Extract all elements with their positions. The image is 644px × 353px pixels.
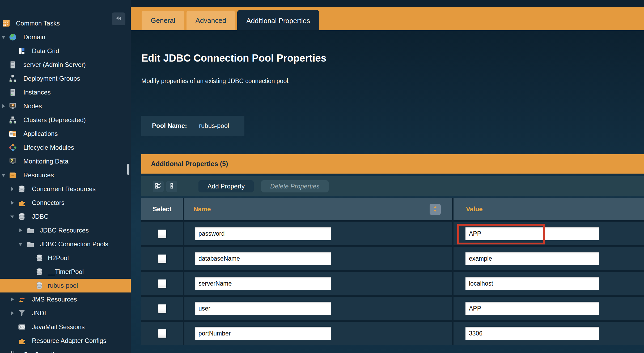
tree-expander-collapsed-icon[interactable] bbox=[18, 228, 23, 233]
sidebar-item-jdbc[interactable]: JDBC bbox=[0, 210, 131, 223]
tab-advanced[interactable]: Advanced bbox=[187, 11, 235, 30]
sidebar-item-instances[interactable]: Instances bbox=[0, 85, 131, 99]
pool-name-value: rubus-pool bbox=[199, 122, 229, 130]
row-checkbox-user[interactable] bbox=[158, 304, 166, 313]
tab-bar: GeneralAdvancedAdditional Properties bbox=[131, 7, 644, 30]
sidebar-item-label: H2Pool bbox=[48, 251, 69, 265]
row-checkbox-databaseName[interactable] bbox=[158, 255, 166, 263]
sidebar-item-nodes[interactable]: Nodes bbox=[0, 99, 131, 113]
properties-toolbar: Add Property Delete Properties bbox=[141, 176, 644, 196]
pool-name-panel: Pool Name: rubus-pool bbox=[141, 116, 244, 136]
database-icon bbox=[35, 254, 43, 262]
tree-expander-expanded-icon[interactable] bbox=[1, 173, 6, 178]
sidebar-item-rubus-pool[interactable]: rubus-pool bbox=[0, 279, 131, 292]
sidebar-item-applications[interactable]: Applications bbox=[0, 127, 131, 141]
value-column-label: Value bbox=[466, 205, 483, 213]
database-icon bbox=[35, 268, 43, 276]
configuration-icon bbox=[9, 351, 17, 353]
sort-arrows-icon bbox=[431, 205, 439, 214]
sidebar-item--timerpool[interactable]: __TimerPool bbox=[0, 265, 131, 279]
sidebar-item-label: Deployment Groups bbox=[23, 72, 80, 85]
property-name-input-3[interactable] bbox=[195, 302, 331, 315]
sidebar-item-h2pool[interactable]: H2Pool bbox=[0, 251, 131, 265]
property-value-input-3[interactable] bbox=[465, 302, 599, 315]
sidebar-item-label: Configurations bbox=[23, 348, 65, 353]
property-name-input-4[interactable] bbox=[195, 327, 331, 340]
sidebar-item-concurrent-resources[interactable]: Concurrent Resources bbox=[0, 182, 131, 196]
row-checkbox-serverName[interactable] bbox=[158, 279, 166, 288]
sidebar-item-common-tasks[interactable]: Common Tasks bbox=[0, 16, 131, 30]
row-name-cell bbox=[184, 322, 452, 345]
row-select-cell bbox=[141, 272, 183, 295]
server-icon bbox=[9, 61, 17, 69]
row-value-cell bbox=[454, 272, 644, 295]
sidebar-item-server-admin-server-[interactable]: server (Admin Server) bbox=[0, 58, 131, 72]
sidebar-item-label: JNDI bbox=[32, 306, 46, 320]
add-property-button[interactable]: Add Property bbox=[198, 180, 254, 192]
sidebar-item-javamail-sessions[interactable]: JavaMail Sessions bbox=[0, 320, 131, 334]
sidebar-item-data-grid[interactable]: Data Grid bbox=[0, 44, 131, 58]
cluster-icon bbox=[9, 116, 17, 124]
row-name-cell bbox=[184, 222, 452, 245]
property-value-input-1[interactable] bbox=[465, 252, 599, 265]
lifecycle-icon bbox=[9, 144, 17, 152]
sidebar-item-label: JavaMail Sessions bbox=[32, 320, 85, 334]
row-select-cell bbox=[141, 297, 183, 320]
tab-additional-properties[interactable]: Additional Properties bbox=[237, 10, 319, 31]
row-checkbox-portNumber[interactable] bbox=[158, 329, 166, 338]
common-tasks-icon bbox=[2, 19, 10, 27]
sidebar-item-jndi[interactable]: JNDI bbox=[0, 306, 131, 320]
tree-expander-collapsed-icon[interactable] bbox=[10, 311, 15, 316]
sidebar-item-label: Data Grid bbox=[32, 44, 59, 58]
tree-expander-expanded-icon[interactable] bbox=[1, 35, 6, 40]
row-value-cell bbox=[454, 297, 644, 320]
tree-expander-expanded-icon[interactable] bbox=[10, 214, 15, 219]
sidebar-item-domain[interactable]: Domain bbox=[0, 30, 131, 44]
select-all-button[interactable] bbox=[153, 181, 164, 192]
sidebar-item-connectors[interactable]: Connectors bbox=[0, 196, 131, 210]
sidebar-item-deployment-groups[interactable]: Deployment Groups bbox=[0, 72, 131, 85]
folder-icon bbox=[27, 226, 35, 234]
sidebar-item-jms-resources[interactable]: JMS Resources bbox=[0, 292, 131, 306]
sidebar-scrollbar-thumb[interactable] bbox=[127, 164, 129, 175]
connector-icon bbox=[18, 337, 26, 345]
sidebar-item-clusters-deprecated-[interactable]: Clusters (Deprecated) bbox=[0, 113, 131, 127]
folder-icon bbox=[27, 240, 35, 248]
navigation-sidebar: Common TasksDomainData Gridserver (Admin… bbox=[0, 0, 131, 353]
tree-expander-collapsed-icon[interactable] bbox=[10, 187, 15, 191]
sidebar-item-label: JDBC Connection Pools bbox=[40, 237, 108, 251]
row-name-cell bbox=[184, 297, 452, 320]
sidebar-item-jdbc-connection-pools[interactable]: JDBC Connection Pools bbox=[0, 237, 131, 251]
property-name-input-0[interactable] bbox=[195, 227, 331, 240]
sidebar-item-label: Nodes bbox=[23, 99, 42, 113]
sort-name-button[interactable] bbox=[430, 204, 441, 215]
sidebar-item-lifecycle-modules[interactable]: Lifecycle Modules bbox=[0, 141, 131, 154]
sidebar-item-label: Lifecycle Modules bbox=[23, 141, 74, 154]
applications-icon bbox=[9, 130, 17, 138]
sidebar-item-resources[interactable]: Resources bbox=[0, 168, 131, 182]
sidebar-item-monitoring-data[interactable]: Monitoring Data bbox=[0, 154, 131, 168]
property-value-input-2[interactable] bbox=[465, 277, 599, 290]
sidebar-item-label: Monitoring Data bbox=[23, 154, 68, 168]
additional-properties-header: Additional Properties (5) bbox=[141, 154, 644, 174]
tree-expander-collapsed-icon[interactable] bbox=[1, 104, 6, 109]
property-value-input-0[interactable] bbox=[465, 227, 599, 240]
property-name-input-2[interactable] bbox=[195, 277, 331, 290]
deselect-all-button[interactable] bbox=[166, 181, 177, 192]
row-checkbox-password[interactable] bbox=[158, 230, 166, 238]
name-column-label: Name bbox=[193, 205, 211, 213]
row-value-cell bbox=[454, 247, 644, 270]
delete-properties-button[interactable]: Delete Properties bbox=[261, 180, 328, 192]
sidebar-item-resource-adapter-configs[interactable]: Resource Adapter Configs bbox=[0, 334, 131, 348]
tree-expander-collapsed-icon[interactable] bbox=[10, 297, 15, 302]
property-name-input-1[interactable] bbox=[195, 252, 331, 265]
property-value-input-4[interactable] bbox=[465, 327, 599, 340]
deselect-all-icon bbox=[168, 182, 175, 190]
database-icon bbox=[18, 213, 26, 221]
sidebar-item-jdbc-resources[interactable]: JDBC Resources bbox=[0, 223, 131, 237]
sidebar-item-configurations[interactable]: Configurations bbox=[0, 348, 131, 353]
tree-expander-collapsed-icon[interactable] bbox=[10, 200, 15, 205]
tab-general[interactable]: General bbox=[142, 11, 184, 30]
connector-icon bbox=[18, 199, 26, 207]
tree-expander-expanded-icon[interactable] bbox=[18, 242, 23, 247]
